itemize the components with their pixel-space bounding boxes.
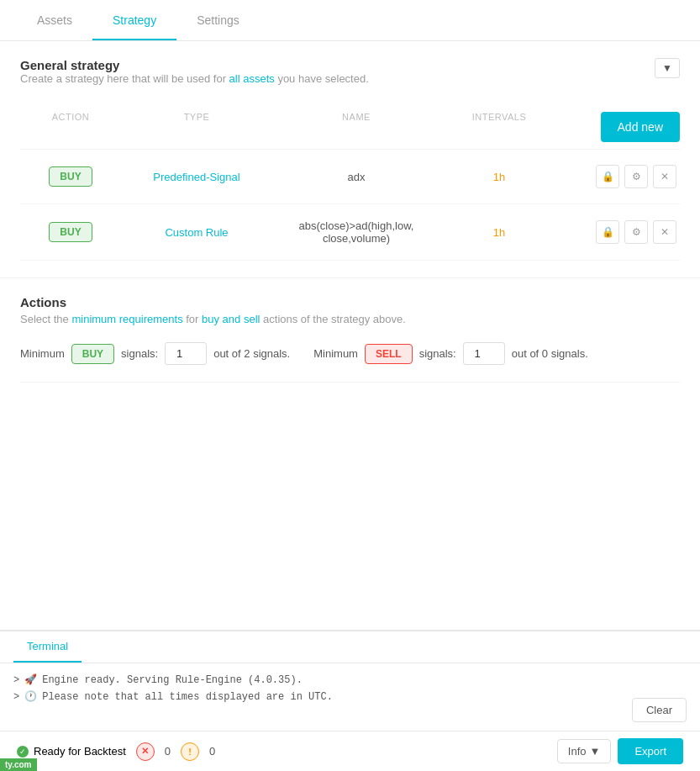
terminal-line-1: > 🚀 Engine ready. Serving Rule-Engine (4…	[13, 672, 687, 689]
buy-out-of-text: out of 2 signals.	[213, 347, 290, 360]
tab-strategy[interactable]: Strategy	[92, 0, 176, 40]
warning-badge: !	[181, 742, 199, 761]
dropdown-button[interactable]: ▼	[655, 58, 680, 78]
table-row: BUY Predefined-Signal adx 1h 🔒 ⚙ ✕	[20, 150, 680, 204]
row1-action: BUY	[20, 166, 121, 187]
row2-name: abs(close)>ad(high,low,close,volume)	[272, 219, 440, 245]
close-button[interactable]: ✕	[653, 165, 676, 188]
status-right: Info ▼ Export	[557, 738, 683, 764]
sell-out-of-text: out of 0 signals.	[512, 347, 588, 360]
close-button-2[interactable]: ✕	[653, 220, 676, 244]
info-label: Info	[568, 745, 587, 758]
terminal-text-2: Please note that all times displayed are…	[42, 689, 333, 705]
terminal-text-1: Engine ready. Serving Rule-Engine (4.0.3…	[42, 672, 303, 689]
error-badge: ✕	[136, 742, 155, 761]
main-content: General strategy Create a strategy here …	[0, 41, 700, 630]
row1-interval: 1h	[440, 171, 558, 183]
status-left: Ready for Backtest ✕ 0 ! 0	[17, 742, 215, 761]
buy-signal-group: Minimum BUY signals: out of 2 signals.	[20, 342, 290, 365]
chevron-down-icon: ▼	[590, 745, 601, 758]
buy-minimum-label: Minimum	[20, 347, 65, 360]
gear-button[interactable]: ⚙	[624, 165, 648, 188]
buy-signal-badge: BUY	[71, 344, 114, 364]
sell-signals-input[interactable]	[463, 342, 505, 365]
sell-signals-label: signals:	[419, 347, 456, 360]
add-new-button[interactable]: Add new	[601, 112, 680, 142]
sell-minimum-label: Minimum	[313, 347, 358, 360]
general-strategy-section: General strategy Create a strategy here …	[0, 41, 700, 277]
clock-icon: 🕐	[24, 689, 37, 705]
tab-assets[interactable]: Assets	[17, 0, 92, 40]
col-name: NAME	[272, 112, 440, 142]
section-header: General strategy Create a strategy here …	[20, 58, 680, 102]
terminal-tab[interactable]: Terminal	[13, 631, 82, 663]
sell-signal-group: Minimum SELL signals: out of 0 signals.	[313, 342, 588, 365]
clear-button[interactable]: Clear	[632, 698, 687, 722]
col-type: TYPE	[121, 112, 272, 142]
signals-row: Minimum BUY signals: out of 2 signals. M…	[20, 342, 680, 365]
sell-signal-badge: SELL	[365, 344, 413, 364]
brand-watermark: ty.com	[0, 758, 37, 771]
terminal-section: Terminal > 🚀 Engine ready. Serving Rule-…	[0, 630, 700, 731]
section-subtitle: Create a strategy here that will be used…	[20, 72, 369, 85]
buy-signals-label: signals:	[121, 347, 158, 360]
buy-badge-2: BUY	[49, 222, 92, 242]
gear-button-2[interactable]: ⚙	[624, 220, 648, 244]
info-button[interactable]: Info ▼	[557, 739, 612, 763]
status-ready: Ready for Backtest	[17, 745, 126, 758]
tab-bar: Assets Strategy Settings	[0, 0, 700, 41]
row1-actions: 🔒 ⚙ ✕	[558, 165, 680, 188]
actions-section: Actions Select the minimum requirements …	[0, 277, 700, 382]
terminal-line-2: > 🕐 Please note that all times displayed…	[13, 689, 687, 705]
table-header: ACTION TYPE NAME INTERVALS Add new	[20, 105, 680, 150]
divider	[20, 382, 680, 383]
row1-type: Predefined-Signal	[121, 171, 272, 183]
export-button[interactable]: Export	[618, 738, 683, 764]
status-bar: Ready for Backtest ✕ 0 ! 0 Info ▼ Export	[0, 731, 700, 771]
error-count: 0	[165, 745, 171, 758]
actions-subtitle: Select the minimum requirements for buy …	[20, 313, 680, 325]
ready-icon	[17, 746, 29, 758]
col-action: ACTION	[20, 112, 121, 142]
terminal-content: > 🚀 Engine ready. Serving Rule-Engine (4…	[0, 663, 700, 731]
lock-button[interactable]: 🔒	[596, 165, 619, 188]
tab-settings[interactable]: Settings	[176, 0, 260, 40]
row2-action: BUY	[20, 222, 121, 242]
col-intervals: INTERVALS	[440, 112, 558, 142]
row2-type: Custom Rule	[121, 226, 272, 239]
row2-actions: 🔒 ⚙ ✕	[558, 220, 680, 244]
rocket-icon: 🚀	[24, 672, 37, 689]
ready-label: Ready for Backtest	[34, 745, 126, 758]
row1-name: adx	[272, 171, 440, 183]
terminal-tabs: Terminal	[0, 631, 700, 663]
buy-signals-input[interactable]	[165, 342, 207, 365]
buy-badge: BUY	[49, 166, 92, 187]
warning-count: 0	[209, 745, 215, 758]
row2-interval: 1h	[440, 226, 558, 239]
section-title: General strategy Create a strategy here …	[20, 58, 369, 102]
actions-title: Actions	[20, 295, 680, 309]
lock-button-2[interactable]: 🔒	[596, 220, 619, 244]
table-row: BUY Custom Rule abs(close)>ad(high,low,c…	[20, 204, 680, 261]
